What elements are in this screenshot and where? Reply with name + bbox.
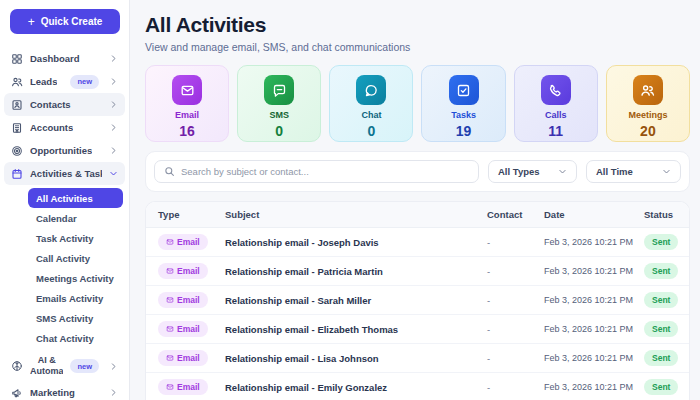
sidebar-subitem[interactable]: Emails Activity <box>28 288 123 308</box>
sidebar-item-opportunities[interactable]: Opportunities <box>4 139 125 162</box>
new-badge: new <box>70 75 99 89</box>
contact-cell: - <box>487 324 544 335</box>
sidebar-subitem[interactable]: Call Activity <box>28 248 123 268</box>
subject-cell: Relationship email - Joseph Davis <box>225 237 487 248</box>
status-badge: Sent <box>644 321 678 337</box>
date-cell: Feb 3, 2026 10:21 PM <box>544 324 644 334</box>
stat-value: 0 <box>330 123 412 139</box>
sidebar-item-label: AI & Automation <box>30 355 63 378</box>
table-row[interactable]: Email Relationship email - Emily Gonzale… <box>146 373 689 400</box>
page-subtitle: View and manage email, SMS, and chat com… <box>145 41 690 53</box>
phone-icon <box>548 83 563 98</box>
chevron-right-icon <box>109 100 118 109</box>
chevron-right-icon <box>109 146 118 155</box>
envelope-icon <box>166 238 174 246</box>
col-header-subject: Subject <box>225 209 487 220</box>
chevron-down-icon <box>558 167 567 176</box>
envelope-icon <box>166 354 174 362</box>
activities-submenu: All Activities Calendar Task Activity Ca… <box>28 188 123 348</box>
stat-label: Calls <box>515 110 597 120</box>
type-badge: Email <box>158 321 208 337</box>
calendar-icon <box>11 168 23 180</box>
users-icon <box>11 76 23 88</box>
date-cell: Feb 3, 2026 10:21 PM <box>544 295 644 305</box>
type-badge: Email <box>158 292 208 308</box>
stat-card[interactable]: Meetings 20 <box>606 65 690 142</box>
subject-cell: Relationship email - Lisa Johnson <box>225 353 487 364</box>
sidebar-subitem[interactable]: Chat Activity <box>28 328 123 348</box>
col-header-status: Status <box>644 209 677 220</box>
stat-card[interactable]: Calls 11 <box>514 65 598 142</box>
new-badge: new <box>70 359 99 373</box>
contact-cell: - <box>487 353 544 364</box>
search-box[interactable] <box>154 160 479 183</box>
sidebar-item-leads[interactable]: Leads new <box>4 70 125 93</box>
quick-create-button[interactable]: + Quick Create <box>10 9 120 34</box>
table-row[interactable]: Email Relationship email - Sarah Miller … <box>146 286 689 315</box>
quick-create-label: Quick Create <box>41 16 103 27</box>
sidebar-item-label: Accounts <box>30 122 73 133</box>
sidebar-subitem[interactable]: Meetings Activity <box>28 268 123 288</box>
chevron-right-icon <box>109 362 118 371</box>
sidebar-item-ai-automation[interactable]: AI & Automation new <box>4 351 125 381</box>
sidebar-item-contacts[interactable]: Contacts <box>4 93 125 116</box>
envelope-icon <box>166 325 174 333</box>
sidebar-subitem[interactable]: All Activities <box>28 188 123 208</box>
search-icon <box>164 166 175 177</box>
users-icon <box>640 83 655 98</box>
time-filter-select[interactable]: All Time <box>586 160 681 183</box>
type-badge: Email <box>158 350 208 366</box>
sidebar-subitem[interactable]: SMS Activity <box>28 308 123 328</box>
stat-icon <box>541 75 571 105</box>
type-badge: Email <box>158 234 208 250</box>
stat-card[interactable]: SMS 0 <box>237 65 321 142</box>
grid-icon <box>11 53 23 65</box>
chevron-down-icon <box>662 167 671 176</box>
status-badge: Sent <box>644 263 678 279</box>
sidebar-subitem[interactable]: Calendar <box>28 208 123 228</box>
sidebar-item-label: Dashboard <box>30 53 80 64</box>
stat-card[interactable]: Tasks 19 <box>421 65 505 142</box>
stat-icon <box>633 75 663 105</box>
chevron-right-icon <box>109 54 118 63</box>
building-icon <box>11 122 23 134</box>
table-row[interactable]: Email Relationship email - Joseph Davis … <box>146 228 689 257</box>
stat-value: 20 <box>607 123 689 139</box>
check-square-icon <box>456 83 471 98</box>
sidebar-item-activities-tasks[interactable]: Activities & Tasks <box>4 162 125 185</box>
sidebar-item-label: Leads <box>30 76 57 87</box>
table-row[interactable]: Email Relationship email - Elizabeth Tho… <box>146 315 689 344</box>
envelope-icon <box>180 83 195 98</box>
search-input[interactable] <box>181 166 469 177</box>
sidebar-item-dashboard[interactable]: Dashboard <box>4 47 125 70</box>
table-row[interactable]: Email Relationship email - Patricia Mart… <box>146 257 689 286</box>
type-badge: Email <box>158 263 208 279</box>
stat-card[interactable]: Email 16 <box>145 65 229 142</box>
brain-icon <box>11 360 23 372</box>
sidebar-item-label: Contacts <box>30 99 71 110</box>
envelope-icon <box>166 296 174 304</box>
chat-square-icon <box>272 83 287 98</box>
stat-card[interactable]: Chat 0 <box>329 65 413 142</box>
stat-icon <box>172 75 202 105</box>
date-cell: Feb 3, 2026 10:21 PM <box>544 266 644 276</box>
target-icon <box>11 145 23 157</box>
envelope-icon <box>166 267 174 275</box>
stat-icon <box>449 75 479 105</box>
chevron-right-icon <box>109 77 118 86</box>
stat-icon <box>264 75 294 105</box>
activities-table: Type Subject Contact Date Status Email R… <box>145 201 690 400</box>
subject-cell: Relationship email - Patricia Martin <box>225 266 487 277</box>
sidebar-subitem[interactable]: Task Activity <box>28 228 123 248</box>
sidebar-item-label: Opportunities <box>30 145 92 156</box>
page-title: All Activities <box>145 13 690 37</box>
stat-value: 0 <box>238 123 320 139</box>
sidebar-item-marketing[interactable]: Marketing <box>4 381 125 400</box>
type-filter-select[interactable]: All Types <box>488 160 577 183</box>
col-header-contact: Contact <box>487 209 544 220</box>
table-row[interactable]: Email Relationship email - Lisa Johnson … <box>146 344 689 373</box>
stat-label: SMS <box>238 110 320 120</box>
time-filter-value: All Time <box>596 166 633 177</box>
stat-value: 16 <box>146 123 228 139</box>
sidebar-item-accounts[interactable]: Accounts <box>4 116 125 139</box>
